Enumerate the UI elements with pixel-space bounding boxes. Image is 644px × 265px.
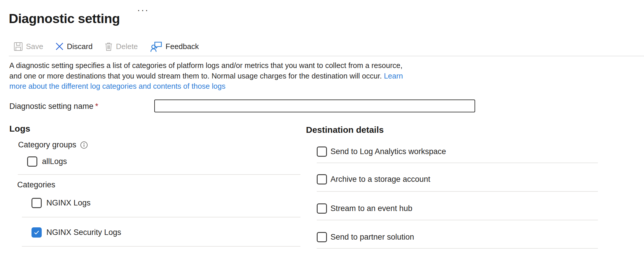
send-to-log-analytics-row[interactable]: Send to Log Analytics workspace bbox=[317, 147, 446, 157]
diagnostic-setting-name-label: Diagnostic setting name* bbox=[9, 102, 98, 111]
nginx-logs-label: NGINX Logs bbox=[46, 198, 91, 208]
save-button-label: Save bbox=[26, 43, 43, 50]
info-icon[interactable] bbox=[80, 141, 88, 149]
description-line-1: A diagnostic setting specifies a list of… bbox=[9, 60, 403, 71]
delete-button-label: Delete bbox=[116, 43, 138, 50]
discard-button[interactable]: Discard bbox=[55, 42, 92, 50]
description-line-2: and one or more destinations that you wo… bbox=[9, 71, 403, 81]
nginx-security-logs-checkbox[interactable] bbox=[32, 227, 42, 238]
logs-section-heading: Logs bbox=[9, 124, 30, 134]
destination-details-heading: Destination details bbox=[306, 125, 384, 135]
nginx-security-logs-row[interactable]: NGINX Security Logs bbox=[32, 227, 121, 238]
archive-to-storage-checkbox[interactable] bbox=[317, 174, 327, 184]
send-to-log-analytics-label: Send to Log Analytics workspace bbox=[330, 147, 446, 156]
send-to-partner-solution-label: Send to partner solution bbox=[330, 233, 414, 242]
send-to-partner-solution-row[interactable]: Send to partner solution bbox=[317, 232, 414, 242]
required-asterisk: * bbox=[93, 102, 98, 111]
feedback-person-icon bbox=[150, 41, 162, 53]
divider bbox=[18, 174, 300, 175]
divider bbox=[22, 217, 300, 217]
divider bbox=[22, 246, 300, 247]
diagnostic-setting-name-input[interactable] bbox=[154, 100, 475, 112]
stream-to-event-hub-row[interactable]: Stream to an event hub bbox=[317, 203, 412, 214]
alllogs-label: allLogs bbox=[42, 157, 67, 166]
archive-to-storage-label: Archive to a storage account bbox=[330, 175, 430, 184]
alllogs-row[interactable]: allLogs bbox=[27, 156, 67, 167]
alllogs-checkbox[interactable] bbox=[27, 156, 37, 167]
diagnostic-setting-page: Diagnostic setting ··· Save Discard bbox=[0, 0, 644, 265]
feedback-button-label: Feedback bbox=[166, 43, 199, 50]
divider bbox=[317, 248, 598, 249]
stream-to-event-hub-checkbox[interactable] bbox=[317, 203, 327, 214]
divider bbox=[317, 163, 598, 163]
discard-x-icon bbox=[55, 42, 64, 50]
divider bbox=[317, 220, 598, 220]
send-to-partner-solution-checkbox[interactable] bbox=[317, 232, 327, 242]
categories-label: Categories bbox=[17, 180, 55, 189]
learn-more-link[interactable]: Learn bbox=[384, 72, 403, 80]
save-button[interactable]: Save bbox=[14, 42, 43, 51]
divider bbox=[317, 191, 598, 192]
toolbar-divider bbox=[9, 56, 644, 56]
nginx-logs-checkbox[interactable] bbox=[32, 198, 42, 208]
delete-button[interactable]: Delete bbox=[105, 42, 138, 51]
save-floppy-icon bbox=[14, 42, 23, 51]
send-to-log-analytics-checkbox[interactable] bbox=[317, 147, 327, 157]
more-ellipsis-icon: ··· bbox=[137, 5, 149, 15]
checkmark-icon bbox=[33, 229, 40, 236]
command-toolbar: Save Discard D bbox=[14, 40, 199, 53]
more-options-button[interactable]: ··· bbox=[136, 4, 150, 16]
nginx-logs-row[interactable]: NGINX Logs bbox=[32, 198, 91, 208]
learn-more-link-continued[interactable]: more about the different log categories … bbox=[9, 82, 225, 90]
page-title: Diagnostic setting bbox=[9, 11, 120, 26]
nginx-security-logs-label: NGINX Security Logs bbox=[46, 228, 121, 237]
category-groups-label: Category groups bbox=[18, 140, 88, 149]
archive-to-storage-row[interactable]: Archive to a storage account bbox=[317, 174, 430, 184]
description-line-3: more about the different log categories … bbox=[9, 81, 403, 92]
trash-icon bbox=[105, 42, 113, 51]
stream-to-event-hub-label: Stream to an event hub bbox=[330, 204, 412, 213]
discard-button-label: Discard bbox=[67, 43, 92, 50]
feedback-button[interactable]: Feedback bbox=[150, 41, 199, 53]
page-description: A diagnostic setting specifies a list of… bbox=[9, 60, 403, 92]
